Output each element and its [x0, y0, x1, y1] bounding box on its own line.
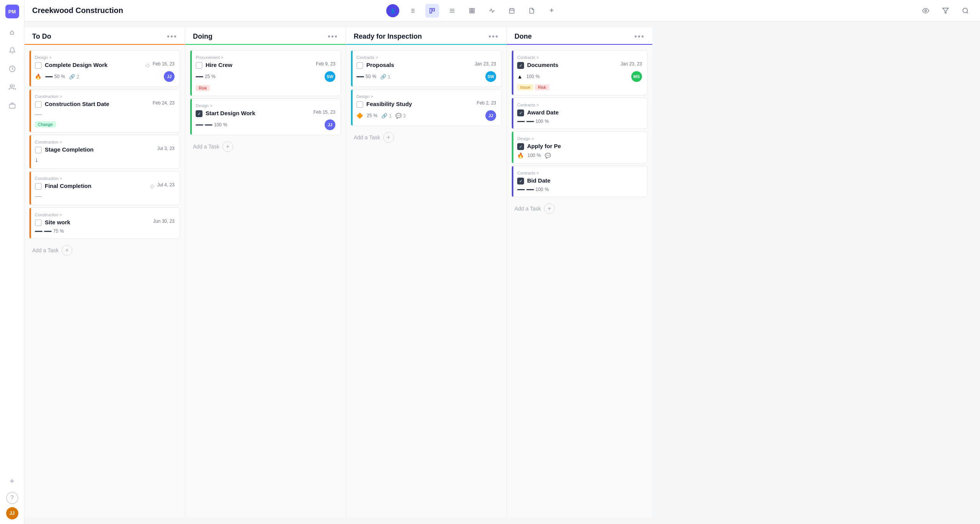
task-checkbox[interactable]: [35, 147, 42, 153]
sidebar-item-people[interactable]: [5, 80, 20, 95]
add-task-plus-icon[interactable]: +: [383, 132, 394, 143]
task-progress: 50%: [45, 74, 65, 79]
task-header: ✓ Documents Jan 23, 23: [517, 61, 642, 69]
view-list-icon[interactable]: [405, 4, 419, 18]
task-date: Jan 23, 23: [475, 61, 496, 67]
sidebar-item-home[interactable]: ⌂: [5, 24, 20, 40]
add-view-icon[interactable]: +: [545, 4, 559, 18]
view-waveform-icon[interactable]: [485, 4, 499, 18]
sidebar-item-time[interactable]: [5, 61, 20, 77]
task-meta: 🔶 25% 🔗 1 💬 3 JJ: [356, 110, 496, 121]
view-columns-icon[interactable]: [445, 4, 459, 18]
task-meta: 🔥 100% 💬: [517, 152, 642, 158]
column-body-ready: Contracts > Proposals Jan 23, 23 50% 🔗 1…: [346, 45, 506, 518]
task-category: Contracts >: [517, 171, 642, 175]
task-checkbox[interactable]: [35, 183, 42, 190]
task-checkbox[interactable]: [35, 62, 42, 69]
progress-value: 100: [214, 122, 222, 127]
task-priority-bar: [512, 98, 513, 129]
search-icon[interactable]: [959, 4, 972, 18]
task-assignee: SW: [325, 71, 335, 82]
svg-rect-12: [433, 8, 434, 11]
app-logo[interactable]: PM: [5, 5, 19, 18]
column-menu-doing[interactable]: •••: [328, 32, 338, 41]
task-category: Contracts >: [356, 55, 496, 60]
task-tag: Risk: [196, 85, 210, 91]
progress-value: 100: [528, 153, 535, 158]
view-board-icon[interactable]: [425, 4, 439, 18]
task-category: Construction >: [35, 94, 175, 99]
column-title-ready: Ready for Inspection: [354, 33, 488, 41]
column-menu-todo[interactable]: •••: [167, 32, 177, 41]
add-task-plus-icon[interactable]: +: [544, 203, 555, 214]
watch-icon[interactable]: [919, 4, 933, 18]
task-tag-risk: Risk: [535, 84, 549, 90]
task-checkbox[interactable]: ✓: [517, 62, 524, 69]
column-menu-ready[interactable]: •••: [488, 32, 499, 41]
task-header: Feasibility Study Feb 2, 23: [356, 100, 496, 108]
column-header-done: Done •••: [507, 28, 652, 45]
task-checkbox[interactable]: ✓: [517, 143, 524, 150]
fire-icon: 🔥: [517, 152, 524, 158]
add-task-button-doing[interactable]: Add a Task +: [185, 137, 346, 156]
task-category: Construction >: [35, 140, 175, 144]
task-checkbox[interactable]: ✓: [196, 110, 203, 117]
task-title: Start Design Work: [206, 109, 310, 117]
task-checkbox[interactable]: ✓: [517, 109, 524, 116]
task-progress: 100%: [526, 74, 540, 79]
task-checkbox[interactable]: [356, 62, 363, 69]
task-checkbox[interactable]: [196, 62, 203, 69]
view-table-icon[interactable]: [465, 4, 479, 18]
column-menu-done[interactable]: •••: [634, 32, 645, 41]
user-avatar[interactable]: JJ: [6, 507, 18, 519]
fire-icon: 🔥: [35, 73, 41, 80]
task-checkbox[interactable]: [35, 219, 42, 226]
sidebar-item-help[interactable]: ?: [6, 492, 18, 504]
task-tag: Change: [35, 121, 56, 127]
add-task-plus-icon[interactable]: +: [62, 245, 72, 256]
task-category: Construction >: [35, 212, 175, 217]
progress-bar: [356, 76, 364, 77]
task-category: Procurement >: [196, 55, 335, 60]
task-priority-bar: [29, 51, 31, 87]
task-progress: 50%: [356, 74, 376, 79]
view-calendar-icon[interactable]: [505, 4, 519, 18]
add-task-button-done[interactable]: Add a Task +: [507, 199, 652, 218]
add-task-plus-icon[interactable]: +: [222, 141, 233, 152]
task-meta: —: [35, 192, 175, 200]
task-card: Design > Complete Design Work ◇ Feb 16, …: [29, 50, 180, 87]
task-checkbox[interactable]: [35, 101, 42, 108]
column-ready: Ready for Inspection ••• Contracts > Pro…: [346, 28, 507, 518]
sidebar-item-projects[interactable]: [5, 98, 20, 113]
progress-bar: [45, 76, 53, 77]
column-body-done: Contracts > ✓ Documents Jan 23, 23 ▲ 100…: [507, 45, 652, 518]
task-title: Complete Design Work: [45, 61, 143, 69]
add-task-label: Add a Task: [193, 144, 219, 150]
svg-rect-21: [510, 8, 514, 13]
add-task-button-ready[interactable]: Add a Task +: [346, 128, 506, 147]
task-title: Apply for Pe: [527, 142, 642, 150]
task-card: Design > Feasibility Study Feb 2, 23 🔶 2…: [351, 89, 502, 126]
topbar-avatar[interactable]: 👤: [386, 4, 399, 17]
warning-icon: 🔶: [356, 113, 363, 119]
column-doing: Doing ••• Procurement > Hire Crew Feb 9,…: [185, 28, 346, 518]
add-task-button-todo[interactable]: Add a Task +: [24, 241, 185, 260]
main-content: Creekwood Construction 👤 +: [24, 0, 980, 524]
task-title: Documents: [527, 61, 617, 69]
filter-icon[interactable]: [939, 4, 952, 18]
task-priority-bar: [29, 208, 31, 238]
task-card: Procurement > Hire Crew Feb 9, 23 25% SW: [190, 50, 341, 96]
sidebar-item-add[interactable]: +: [5, 473, 20, 489]
task-title: Feasibility Study: [366, 100, 474, 108]
task-title: Award Date: [527, 109, 642, 116]
sidebar-item-notifications[interactable]: [5, 43, 20, 58]
task-checkbox[interactable]: ✓: [517, 178, 524, 184]
task-priority-bar: [512, 166, 513, 197]
arrow-down-icon: ↓: [35, 156, 38, 164]
task-checkbox[interactable]: [356, 101, 363, 108]
task-progress: 100%: [528, 153, 541, 158]
progress-bar: [526, 121, 534, 122]
view-doc-icon[interactable]: [525, 4, 539, 18]
progress-bar: [517, 121, 525, 122]
task-header: ✓ Apply for Pe: [517, 142, 642, 150]
